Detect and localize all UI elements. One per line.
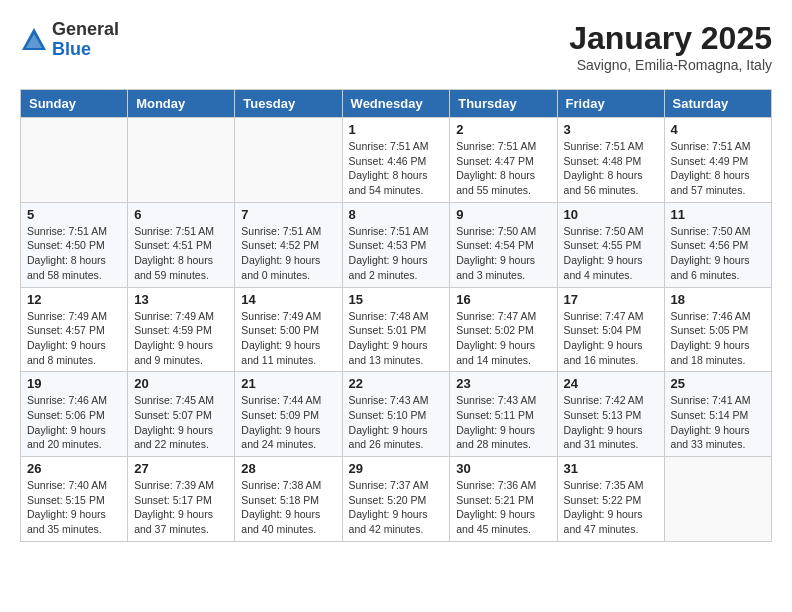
day-number: 9 bbox=[456, 207, 550, 222]
day-number: 22 bbox=[349, 376, 444, 391]
day-number: 16 bbox=[456, 292, 550, 307]
calendar-cell bbox=[235, 118, 342, 203]
day-info: Sunrise: 7:40 AM Sunset: 5:15 PM Dayligh… bbox=[27, 478, 121, 537]
calendar-cell: 9Sunrise: 7:50 AM Sunset: 4:54 PM Daylig… bbox=[450, 202, 557, 287]
calendar-cell: 15Sunrise: 7:48 AM Sunset: 5:01 PM Dayli… bbox=[342, 287, 450, 372]
day-info: Sunrise: 7:46 AM Sunset: 5:06 PM Dayligh… bbox=[27, 393, 121, 452]
calendar-week-row: 19Sunrise: 7:46 AM Sunset: 5:06 PM Dayli… bbox=[21, 372, 772, 457]
day-info: Sunrise: 7:39 AM Sunset: 5:17 PM Dayligh… bbox=[134, 478, 228, 537]
calendar-cell: 8Sunrise: 7:51 AM Sunset: 4:53 PM Daylig… bbox=[342, 202, 450, 287]
logo-icon bbox=[20, 26, 48, 54]
calendar-header-wednesday: Wednesday bbox=[342, 90, 450, 118]
calendar-header-tuesday: Tuesday bbox=[235, 90, 342, 118]
location-subtitle: Savigno, Emilia-Romagna, Italy bbox=[569, 57, 772, 73]
day-info: Sunrise: 7:48 AM Sunset: 5:01 PM Dayligh… bbox=[349, 309, 444, 368]
day-number: 25 bbox=[671, 376, 765, 391]
calendar-cell: 22Sunrise: 7:43 AM Sunset: 5:10 PM Dayli… bbox=[342, 372, 450, 457]
calendar-cell: 11Sunrise: 7:50 AM Sunset: 4:56 PM Dayli… bbox=[664, 202, 771, 287]
day-info: Sunrise: 7:43 AM Sunset: 5:11 PM Dayligh… bbox=[456, 393, 550, 452]
day-info: Sunrise: 7:51 AM Sunset: 4:52 PM Dayligh… bbox=[241, 224, 335, 283]
day-number: 20 bbox=[134, 376, 228, 391]
calendar-cell: 19Sunrise: 7:46 AM Sunset: 5:06 PM Dayli… bbox=[21, 372, 128, 457]
day-info: Sunrise: 7:41 AM Sunset: 5:14 PM Dayligh… bbox=[671, 393, 765, 452]
day-number: 5 bbox=[27, 207, 121, 222]
calendar-week-row: 5Sunrise: 7:51 AM Sunset: 4:50 PM Daylig… bbox=[21, 202, 772, 287]
calendar-cell: 2Sunrise: 7:51 AM Sunset: 4:47 PM Daylig… bbox=[450, 118, 557, 203]
day-info: Sunrise: 7:38 AM Sunset: 5:18 PM Dayligh… bbox=[241, 478, 335, 537]
logo-general-text: General bbox=[52, 20, 119, 40]
day-number: 19 bbox=[27, 376, 121, 391]
day-info: Sunrise: 7:50 AM Sunset: 4:55 PM Dayligh… bbox=[564, 224, 658, 283]
calendar-header-thursday: Thursday bbox=[450, 90, 557, 118]
day-number: 4 bbox=[671, 122, 765, 137]
day-number: 3 bbox=[564, 122, 658, 137]
calendar-cell: 16Sunrise: 7:47 AM Sunset: 5:02 PM Dayli… bbox=[450, 287, 557, 372]
calendar-cell: 5Sunrise: 7:51 AM Sunset: 4:50 PM Daylig… bbox=[21, 202, 128, 287]
day-number: 31 bbox=[564, 461, 658, 476]
calendar-cell: 28Sunrise: 7:38 AM Sunset: 5:18 PM Dayli… bbox=[235, 457, 342, 542]
calendar-cell: 1Sunrise: 7:51 AM Sunset: 4:46 PM Daylig… bbox=[342, 118, 450, 203]
day-info: Sunrise: 7:47 AM Sunset: 5:04 PM Dayligh… bbox=[564, 309, 658, 368]
calendar-cell: 21Sunrise: 7:44 AM Sunset: 5:09 PM Dayli… bbox=[235, 372, 342, 457]
day-info: Sunrise: 7:45 AM Sunset: 5:07 PM Dayligh… bbox=[134, 393, 228, 452]
calendar-cell: 17Sunrise: 7:47 AM Sunset: 5:04 PM Dayli… bbox=[557, 287, 664, 372]
calendar-cell: 24Sunrise: 7:42 AM Sunset: 5:13 PM Dayli… bbox=[557, 372, 664, 457]
calendar-cell: 27Sunrise: 7:39 AM Sunset: 5:17 PM Dayli… bbox=[128, 457, 235, 542]
calendar-cell: 14Sunrise: 7:49 AM Sunset: 5:00 PM Dayli… bbox=[235, 287, 342, 372]
calendar-cell: 30Sunrise: 7:36 AM Sunset: 5:21 PM Dayli… bbox=[450, 457, 557, 542]
calendar-cell bbox=[664, 457, 771, 542]
day-number: 15 bbox=[349, 292, 444, 307]
day-info: Sunrise: 7:51 AM Sunset: 4:51 PM Dayligh… bbox=[134, 224, 228, 283]
day-number: 14 bbox=[241, 292, 335, 307]
day-info: Sunrise: 7:51 AM Sunset: 4:47 PM Dayligh… bbox=[456, 139, 550, 198]
calendar-cell: 4Sunrise: 7:51 AM Sunset: 4:49 PM Daylig… bbox=[664, 118, 771, 203]
calendar-table: SundayMondayTuesdayWednesdayThursdayFrid… bbox=[20, 89, 772, 542]
calendar-header-sunday: Sunday bbox=[21, 90, 128, 118]
day-number: 17 bbox=[564, 292, 658, 307]
day-number: 12 bbox=[27, 292, 121, 307]
calendar-cell: 20Sunrise: 7:45 AM Sunset: 5:07 PM Dayli… bbox=[128, 372, 235, 457]
calendar-header-saturday: Saturday bbox=[664, 90, 771, 118]
day-info: Sunrise: 7:37 AM Sunset: 5:20 PM Dayligh… bbox=[349, 478, 444, 537]
day-info: Sunrise: 7:50 AM Sunset: 4:54 PM Dayligh… bbox=[456, 224, 550, 283]
day-number: 8 bbox=[349, 207, 444, 222]
calendar-cell: 25Sunrise: 7:41 AM Sunset: 5:14 PM Dayli… bbox=[664, 372, 771, 457]
day-number: 13 bbox=[134, 292, 228, 307]
calendar-cell: 3Sunrise: 7:51 AM Sunset: 4:48 PM Daylig… bbox=[557, 118, 664, 203]
day-info: Sunrise: 7:42 AM Sunset: 5:13 PM Dayligh… bbox=[564, 393, 658, 452]
calendar-cell bbox=[128, 118, 235, 203]
calendar-cell: 10Sunrise: 7:50 AM Sunset: 4:55 PM Dayli… bbox=[557, 202, 664, 287]
title-area: January 2025 Savigno, Emilia-Romagna, It… bbox=[569, 20, 772, 73]
day-number: 21 bbox=[241, 376, 335, 391]
day-info: Sunrise: 7:50 AM Sunset: 4:56 PM Dayligh… bbox=[671, 224, 765, 283]
calendar-header-row: SundayMondayTuesdayWednesdayThursdayFrid… bbox=[21, 90, 772, 118]
day-number: 29 bbox=[349, 461, 444, 476]
calendar-cell: 13Sunrise: 7:49 AM Sunset: 4:59 PM Dayli… bbox=[128, 287, 235, 372]
calendar-cell bbox=[21, 118, 128, 203]
day-number: 24 bbox=[564, 376, 658, 391]
calendar-cell: 29Sunrise: 7:37 AM Sunset: 5:20 PM Dayli… bbox=[342, 457, 450, 542]
calendar-week-row: 12Sunrise: 7:49 AM Sunset: 4:57 PM Dayli… bbox=[21, 287, 772, 372]
calendar-cell: 26Sunrise: 7:40 AM Sunset: 5:15 PM Dayli… bbox=[21, 457, 128, 542]
day-info: Sunrise: 7:35 AM Sunset: 5:22 PM Dayligh… bbox=[564, 478, 658, 537]
calendar-cell: 31Sunrise: 7:35 AM Sunset: 5:22 PM Dayli… bbox=[557, 457, 664, 542]
day-number: 30 bbox=[456, 461, 550, 476]
calendar-cell: 6Sunrise: 7:51 AM Sunset: 4:51 PM Daylig… bbox=[128, 202, 235, 287]
day-number: 6 bbox=[134, 207, 228, 222]
calendar-cell: 18Sunrise: 7:46 AM Sunset: 5:05 PM Dayli… bbox=[664, 287, 771, 372]
day-info: Sunrise: 7:49 AM Sunset: 4:59 PM Dayligh… bbox=[134, 309, 228, 368]
day-info: Sunrise: 7:51 AM Sunset: 4:50 PM Dayligh… bbox=[27, 224, 121, 283]
calendar-header-friday: Friday bbox=[557, 90, 664, 118]
day-info: Sunrise: 7:51 AM Sunset: 4:46 PM Dayligh… bbox=[349, 139, 444, 198]
day-number: 10 bbox=[564, 207, 658, 222]
calendar-cell: 23Sunrise: 7:43 AM Sunset: 5:11 PM Dayli… bbox=[450, 372, 557, 457]
day-number: 18 bbox=[671, 292, 765, 307]
calendar-cell: 12Sunrise: 7:49 AM Sunset: 4:57 PM Dayli… bbox=[21, 287, 128, 372]
day-number: 11 bbox=[671, 207, 765, 222]
day-info: Sunrise: 7:36 AM Sunset: 5:21 PM Dayligh… bbox=[456, 478, 550, 537]
day-number: 28 bbox=[241, 461, 335, 476]
logo-blue-text: Blue bbox=[52, 40, 119, 60]
day-info: Sunrise: 7:47 AM Sunset: 5:02 PM Dayligh… bbox=[456, 309, 550, 368]
month-title: January 2025 bbox=[569, 20, 772, 57]
day-info: Sunrise: 7:46 AM Sunset: 5:05 PM Dayligh… bbox=[671, 309, 765, 368]
